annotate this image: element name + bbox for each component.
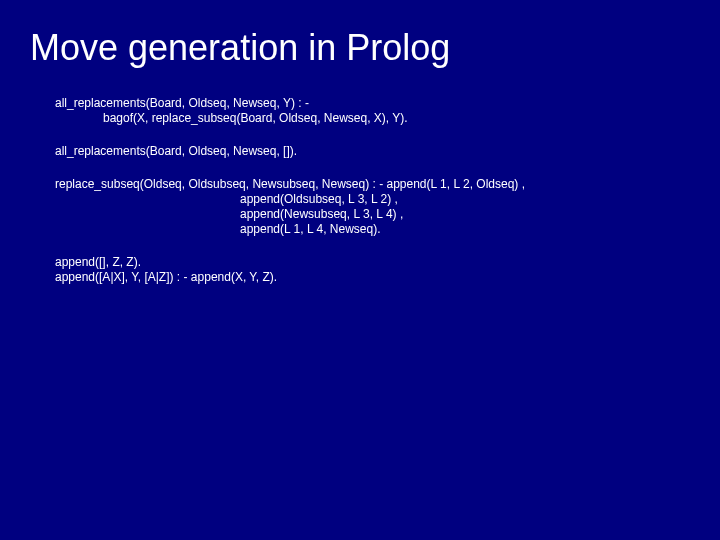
code-line: append(L 1, L 4, Newseq). bbox=[55, 222, 720, 237]
code-clause-1: all_replacements(Board, Oldseq, Newseq, … bbox=[55, 96, 720, 126]
code-clause-2: all_replacements(Board, Oldseq, Newseq, … bbox=[55, 144, 720, 159]
code-line: all_replacements(Board, Oldseq, Newseq, … bbox=[55, 96, 720, 111]
code-line: append(Oldsubseq, L 3, L 2) , bbox=[55, 192, 720, 207]
code-line: append([], Z, Z). bbox=[55, 255, 720, 270]
slide: Move generation in Prolog all_replacemen… bbox=[0, 0, 720, 540]
slide-body: all_replacements(Board, Oldseq, Newseq, … bbox=[0, 68, 720, 285]
code-line: bagof(X, replace_subseq(Board, Oldseq, N… bbox=[55, 111, 720, 126]
slide-title: Move generation in Prolog bbox=[0, 0, 720, 68]
code-clause-4: append([], Z, Z). append([A|X], Y, [A|Z]… bbox=[55, 255, 720, 285]
code-line: append(Newsubseq, L 3, L 4) , bbox=[55, 207, 720, 222]
code-line: replace_subseq(Oldseq, Oldsubseq, Newsub… bbox=[55, 177, 720, 192]
code-line: all_replacements(Board, Oldseq, Newseq, … bbox=[55, 144, 720, 159]
code-clause-3: replace_subseq(Oldseq, Oldsubseq, Newsub… bbox=[55, 177, 720, 237]
code-line: append([A|X], Y, [A|Z]) : - append(X, Y,… bbox=[55, 270, 720, 285]
